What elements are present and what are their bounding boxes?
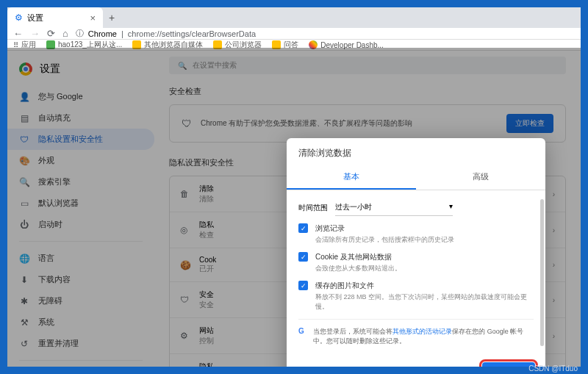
- option-browsing-history[interactable]: ✓ 浏览记录会清除所有历史记录，包括搜索框中的历史记录: [298, 223, 534, 245]
- info-icon: ⓘ: [76, 28, 84, 39]
- forward-icon[interactable]: →: [30, 28, 40, 39]
- browser-tab[interactable]: ⚙ 设置 ×: [7, 7, 103, 28]
- google-logo-icon: G: [298, 327, 306, 337]
- clear-data-button[interactable]: 清除数据: [482, 362, 535, 367]
- tab-advanced[interactable]: 高级: [416, 165, 545, 190]
- tab-title: 设置: [27, 12, 43, 24]
- titlebar: ⚙ 设置 × +: [7, 7, 581, 28]
- scrollbar[interactable]: [540, 199, 544, 346]
- dialog-title: 清除浏览数据: [287, 138, 545, 165]
- clear-data-dialog: 清除浏览数据 基本 高级 时间范围 过去一小时 ▾ ✓ 浏览记录会清除所有历史记…: [287, 138, 545, 367]
- home-icon[interactable]: ⌂: [62, 28, 68, 39]
- activity-link[interactable]: 其他形式的活动记录: [392, 328, 452, 335]
- checkbox-checked-icon[interactable]: ✓: [298, 281, 308, 290]
- close-tab-icon[interactable]: ×: [90, 12, 96, 24]
- time-range-label: 时间范围: [298, 203, 328, 213]
- back-icon[interactable]: ←: [13, 28, 23, 39]
- url-field[interactable]: ⓘ Chrome | chrome://settings/clearBrowse…: [76, 28, 256, 39]
- cancel-button[interactable]: 取消: [441, 362, 475, 367]
- new-tab-button[interactable]: +: [103, 12, 121, 24]
- checkbox-checked-icon[interactable]: ✓: [298, 223, 308, 233]
- option-cookies[interactable]: ✓ Cookie 及其他网站数据会致使您从大多数网站退出。: [298, 252, 534, 273]
- time-range-select[interactable]: 过去一小时 ▾: [335, 199, 453, 216]
- option-cache[interactable]: ✓ 缓存的图片和文件释放不到 228 MB 空间。当您下次访问时，某些网站的加载…: [298, 281, 534, 312]
- address-bar: ← → ⟳ ⌂ ⓘ Chrome | chrome://settings/cle…: [7, 28, 581, 40]
- chevron-down-icon: ▾: [449, 202, 453, 212]
- google-account-info: G 当您登录后，系统可能会将其他形式的活动记录保存在您的 Google 帐号中。…: [298, 319, 534, 346]
- gear-icon: ⚙: [15, 12, 23, 23]
- dialog-tabs: 基本 高级: [287, 165, 545, 190]
- reload-icon[interactable]: ⟳: [47, 28, 55, 39]
- tab-basic[interactable]: 基本: [287, 165, 416, 190]
- watermark: CSDN @ITduo: [528, 364, 578, 373]
- checkbox-checked-icon[interactable]: ✓: [298, 252, 308, 262]
